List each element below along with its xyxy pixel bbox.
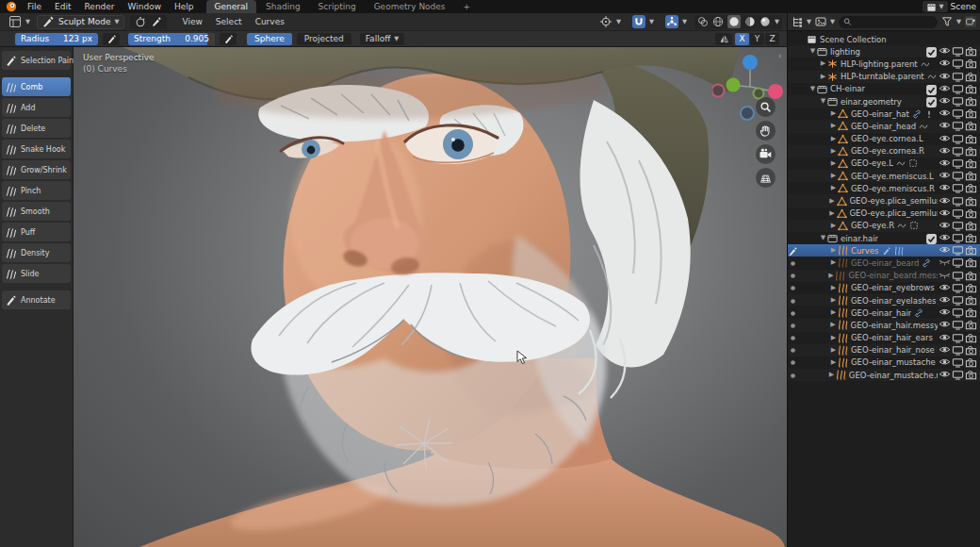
outliner-row[interactable]: ▶HLP-turntable.parent: [788, 71, 980, 83]
outliner-item-label[interactable]: GEO-eye.R: [851, 221, 894, 230]
render-disable-icon[interactable]: [965, 196, 977, 207]
visibility-eye-icon[interactable]: [939, 357, 951, 368]
sidebar-collapse-arrow[interactable]: ‹: [778, 51, 782, 60]
scene-dropdown[interactable]: ▼: [923, 1, 948, 12]
render-disable-icon[interactable]: [965, 245, 977, 256]
disclosure-right-icon[interactable]: ▶: [819, 58, 827, 70]
viewport-disable-icon[interactable]: [952, 370, 964, 380]
tab-general[interactable]: General: [206, 0, 256, 13]
disclosure-right-icon[interactable]: ▶: [828, 195, 837, 207]
disclosure-right-icon[interactable]: ▶: [827, 369, 836, 381]
rendered-shading-icon[interactable]: [760, 16, 771, 27]
disclosure-down-icon[interactable]: ▼: [819, 232, 827, 244]
disclosure-down-icon[interactable]: ▼: [808, 83, 817, 95]
gizmos-dropdown[interactable]: ▼: [662, 15, 691, 29]
visibility-eye-icon[interactable]: [939, 233, 951, 243]
visibility-eye-icon[interactable]: [939, 257, 951, 268]
snapping-dropdown[interactable]: ▼: [629, 15, 658, 29]
outliner-item-label[interactable]: HLP-lighting.parent: [841, 59, 918, 69]
outliner-row[interactable]: ▶Curves: [788, 244, 980, 257]
viewport-disable-icon[interactable]: [952, 208, 964, 219]
outliner-item-label[interactable]: Scene Collection: [820, 35, 887, 44]
render-disable-icon[interactable]: [965, 121, 977, 131]
filter-icon[interactable]: [941, 16, 953, 27]
collection-checkbox[interactable]: [925, 84, 938, 94]
outliner-row[interactable]: ▶GEO-einar_hat: [788, 108, 980, 120]
material-shading-icon[interactable]: [744, 16, 756, 27]
outliner-row[interactable]: ▶GEO-eye.plica_semilun: [788, 207, 980, 220]
tab-geometry-nodes[interactable]: Geometry Nodes: [366, 0, 454, 13]
disclosure-right-icon[interactable]: ▶: [829, 108, 838, 120]
viewport-disable-icon[interactable]: [952, 221, 964, 231]
strength-pressure-toggle[interactable]: [220, 33, 237, 45]
viewport-disable-icon[interactable]: [952, 295, 964, 306]
outliner-item-label[interactable]: lighting: [830, 47, 860, 57]
outliner-item-label[interactable]: GEO-einar_eyebrows: [851, 283, 935, 292]
outliner-row[interactable]: ▼lighting: [788, 45, 980, 58]
viewport-disable-icon[interactable]: [952, 72, 964, 82]
blender-logo-icon[interactable]: [6, 1, 17, 12]
disclosure-right-icon[interactable]: ▶: [829, 133, 838, 145]
render-disable-icon[interactable]: [965, 171, 977, 181]
render-disable-icon[interactable]: [965, 221, 977, 231]
pan-tool-button[interactable]: [756, 121, 776, 141]
visibility-eye-icon[interactable]: [939, 196, 951, 207]
outliner-item-label[interactable]: GEO-eye.meniscus.L: [851, 172, 934, 181]
outliner-item-label[interactable]: GEO-eye.cornea.L: [851, 134, 923, 143]
outliner-item-label[interactable]: GEO-einar_mustache.m: [849, 371, 938, 380]
outliner-row[interactable]: ▼einar.geometry: [788, 95, 980, 108]
viewport-disable-icon[interactable]: [952, 121, 964, 131]
tab-[interactable]: +: [455, 0, 480, 13]
visibility-eye-icon[interactable]: [939, 121, 951, 131]
disclosure-right-icon[interactable]: ▶: [829, 157, 838, 170]
zoom-tool-button[interactable]: [756, 97, 776, 117]
scene-name[interactable]: Scene: [951, 2, 976, 11]
viewport-disable-icon[interactable]: [952, 257, 964, 268]
tool-add[interactable]: Add: [2, 98, 71, 117]
disclosure-right-icon[interactable]: ▶: [829, 170, 838, 182]
new-collection-button[interactable]: [965, 16, 976, 27]
outliner-row[interactable]: ▶GEO-einar_head: [788, 120, 980, 132]
visibility-eye-icon[interactable]: [939, 271, 951, 281]
render-disable-icon[interactable]: [965, 295, 977, 306]
viewport-disable-icon[interactable]: [952, 233, 964, 243]
viewport-disable-icon[interactable]: [952, 58, 964, 69]
strength-slider[interactable]: Strength 0.905: [128, 33, 215, 45]
visibility-eye-icon[interactable]: [939, 171, 951, 181]
visibility-eye-icon[interactable]: [939, 245, 951, 256]
brush-icon[interactable]: [151, 16, 162, 27]
render-disable-icon[interactable]: [965, 320, 977, 330]
tool-puff[interactable]: Puff: [2, 223, 71, 241]
camera-view-button[interactable]: [756, 144, 776, 164]
tool-selection-paint[interactable]: Selection Paint: [2, 51, 71, 70]
render-disable-icon[interactable]: [965, 333, 977, 343]
outliner-row[interactable]: ▶GEO-einar_eyebrows: [788, 282, 980, 294]
outliner-row[interactable]: ▼CH-einar: [788, 83, 980, 95]
visibility-eye-icon[interactable]: [939, 158, 951, 169]
show-gizmo-icon[interactable]: [665, 15, 678, 28]
solid-shading-icon[interactable]: [727, 15, 741, 28]
viewport-disable-icon[interactable]: [952, 46, 964, 57]
visibility-eye-icon[interactable]: [939, 295, 951, 306]
tool-density[interactable]: Density: [2, 243, 71, 262]
collection-checkbox[interactable]: [925, 233, 938, 243]
pivot-dropdown[interactable]: ▼: [596, 15, 625, 29]
tool-annotate[interactable]: Annotate: [2, 290, 71, 309]
outliner-row[interactable]: ▶GEO-eye.plica_semilun: [788, 194, 980, 207]
menu-edit[interactable]: Edit: [48, 0, 77, 13]
viewport-disable-icon[interactable]: [952, 345, 964, 356]
render-disable-icon[interactable]: [965, 134, 977, 144]
tab-shading[interactable]: Shading: [257, 0, 309, 13]
outliner-row[interactable]: ▶GEO-einar_hair.messy: [788, 319, 980, 331]
render-disable-icon[interactable]: [965, 72, 977, 82]
render-disable-icon[interactable]: [965, 183, 977, 193]
visibility-eye-icon[interactable]: [939, 84, 951, 94]
visibility-eye-icon[interactable]: [939, 307, 951, 318]
outliner-row[interactable]: ▶GEO-eye.meniscus.L: [788, 170, 980, 182]
render-disable-icon[interactable]: [965, 108, 977, 119]
outliner-row[interactable]: ▶GEO-eye.L: [788, 157, 980, 170]
menu-render[interactable]: Render: [78, 0, 122, 13]
outliner-item-label[interactable]: GEO-einar_eyelashes: [851, 296, 936, 306]
symmetry-y-toggle[interactable]: Y: [750, 33, 764, 45]
disclosure-right-icon[interactable]: ▶: [829, 244, 838, 257]
